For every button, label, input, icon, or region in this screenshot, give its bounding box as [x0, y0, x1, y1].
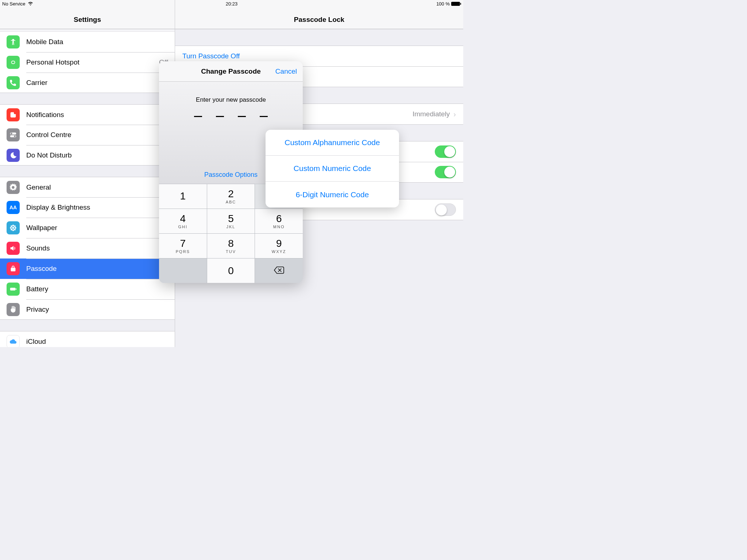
battery-icon [451, 2, 461, 6]
sidebar-item-label: Personal Hotspot [26, 58, 159, 66]
sidebar-item-icloud[interactable]: iCloud [0, 331, 175, 347]
cloud-icon [7, 335, 20, 347]
svg-point-11 [11, 225, 12, 227]
battery-settings-icon [7, 283, 20, 296]
sidebar-item-label: Wallpaper [26, 224, 175, 232]
sidebar-item-privacy[interactable]: Privacy [0, 299, 175, 320]
passcode-dash [260, 116, 268, 117]
sidebar-item-label: Mobile Data [26, 38, 175, 46]
passcode-dash [194, 116, 202, 117]
option-custom-alpha[interactable]: Custom Alphanumeric Code [266, 130, 399, 156]
link-icon [7, 56, 20, 69]
svg-point-14 [14, 229, 16, 230]
svg-point-8 [12, 229, 14, 231]
passcode-prompt: Enter your new passcode [159, 96, 303, 104]
toggle-switch[interactable] [435, 145, 456, 158]
flower-icon [7, 221, 20, 234]
option-custom-numeric[interactable]: Custom Numeric Code [266, 156, 399, 182]
sidebar-item-label: Do Not Disturb [26, 151, 175, 159]
switches-icon [7, 128, 20, 141]
passcode-dashes [159, 116, 303, 117]
keypad-0[interactable]: 0 [207, 258, 255, 283]
toggle-switch[interactable] [435, 166, 456, 178]
popover-header: Change Passcode Cancel [159, 61, 303, 82]
cancel-button[interactable]: Cancel [275, 67, 297, 75]
svg-point-9 [10, 227, 12, 229]
gear-icon [7, 181, 20, 194]
svg-point-1 [14, 111, 16, 114]
notifications-icon [7, 108, 20, 121]
svg-rect-15 [10, 288, 16, 290]
passcode-dash [216, 116, 224, 117]
carrier-status: No Service [2, 1, 26, 7]
sidebar-item-notifications[interactable]: Notifications [0, 104, 175, 125]
detail-title: Passcode Lock [294, 16, 344, 24]
sidebar-item-wallpaper[interactable]: Wallpaper [0, 218, 175, 238]
sidebar-item-label: Battery [26, 285, 175, 293]
popover-title: Change Passcode [201, 67, 261, 75]
svg-point-12 [14, 225, 16, 227]
keypad-5[interactable]: 5JKL [207, 209, 255, 233]
clock: 20:23 [226, 1, 238, 7]
svg-point-13 [11, 229, 12, 230]
keypad-1[interactable]: 1 [159, 184, 207, 209]
status-bar: No Service 20:23 100 % [0, 0, 463, 7]
backspace-icon [274, 266, 285, 276]
sidebar-item-label: Control Centre [26, 131, 175, 139]
keypad-8[interactable]: 8TUV [207, 233, 255, 258]
sidebar-item-label: Notifications [26, 111, 175, 119]
svg-point-6 [12, 227, 14, 229]
keypad-4[interactable]: 4GHI [159, 209, 207, 233]
sidebar-item-label: iCloud [26, 338, 175, 346]
text-size-icon: AA [7, 201, 20, 214]
sidebar-item-label: General [26, 183, 175, 191]
sidebar-item-label: Carrier [26, 79, 175, 87]
lock-icon [7, 262, 20, 275]
keypad-7[interactable]: 7PQRS [159, 233, 207, 258]
keypad-blank [159, 258, 207, 283]
antenna-icon [7, 35, 20, 48]
sidebar-item-mobile-data[interactable]: Mobile Data [0, 32, 175, 52]
keypad-9[interactable]: 9WXYZ [255, 233, 303, 258]
passcode-options-popover: Custom Alphanumeric Code Custom Numeric … [266, 130, 399, 207]
sidebar-item-label: Passcode [26, 265, 175, 273]
sidebar-item-bluetooth[interactable]: Bluetooth Off [0, 29, 175, 32]
svg-point-5 [14, 135, 16, 137]
sidebar-item-dnd[interactable]: Do Not Disturb [0, 145, 175, 166]
keypad-2[interactable]: 2ABC [207, 184, 255, 209]
sidebar-item-battery[interactable]: Battery [0, 279, 175, 299]
toggle-switch[interactable] [435, 203, 456, 216]
svg-rect-16 [16, 288, 16, 290]
speaker-icon [7, 242, 20, 255]
sidebar-item-display[interactable]: AA Display & Brightness [0, 197, 175, 218]
moon-icon [7, 149, 20, 162]
keypad-backspace[interactable] [255, 258, 303, 283]
turn-passcode-off-label: Turn Passcode Off [182, 52, 240, 60]
keypad-6[interactable]: 6MNO [255, 209, 303, 233]
chevron-right-icon: › [453, 110, 456, 118]
svg-point-3 [11, 133, 12, 135]
svg-point-7 [12, 225, 14, 226]
sidebar-item-carrier[interactable]: Carrier [0, 73, 175, 93]
sidebar-item-hotspot[interactable]: Personal Hotspot Off [0, 52, 175, 73]
sidebar-title: Settings [74, 16, 101, 24]
require-passcode-value: Immediately [413, 110, 450, 118]
sidebar-item-control-centre[interactable]: Control Centre [0, 125, 175, 145]
sidebar-item-passcode[interactable]: Passcode [0, 258, 175, 279]
option-six-digit[interactable]: 6-Digit Numeric Code [266, 182, 399, 207]
sidebar-item-label: Sounds [26, 244, 175, 252]
sidebar-item-general[interactable]: General [0, 177, 175, 197]
sidebar-item-label: Display & Brightness [26, 203, 175, 211]
phone-icon [7, 76, 20, 89]
passcode-dash [238, 116, 246, 117]
sidebar-item-sounds[interactable]: Sounds [0, 238, 175, 258]
hand-icon [7, 303, 20, 316]
sidebar-item-label: Privacy [26, 306, 175, 314]
battery-percent: 100 % [436, 1, 450, 7]
wifi-icon [28, 1, 33, 7]
settings-sidebar: Settings Bluetooth Off Mobile Data Perso… [0, 0, 175, 347]
svg-point-10 [15, 227, 16, 229]
